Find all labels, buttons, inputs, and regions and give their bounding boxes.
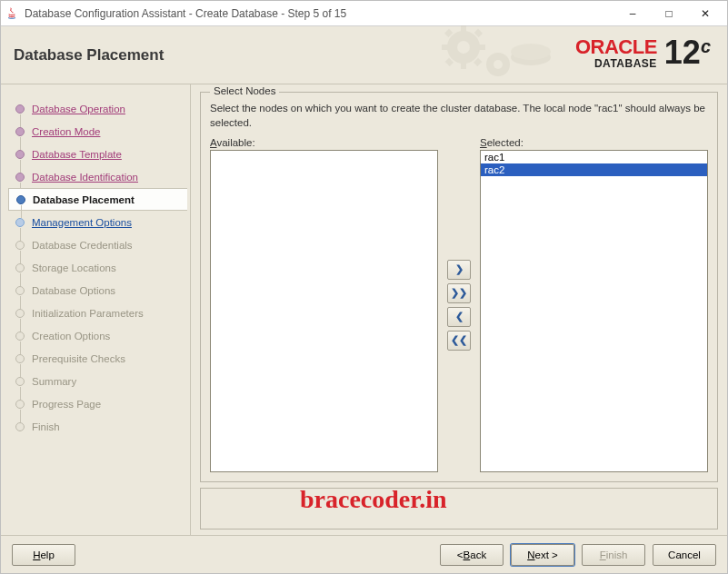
list-item[interactable]: rac1 — [481, 151, 707, 163]
svg-rect-7 — [474, 58, 482, 66]
extra-group — [200, 488, 718, 529]
step-15: Finish — [8, 415, 186, 438]
svg-rect-5 — [478, 45, 485, 50]
step-label: Finish — [32, 421, 60, 432]
step-label: Progress Page — [32, 399, 101, 410]
list-item[interactable]: rac2 — [481, 163, 707, 176]
svg-point-1 — [457, 41, 470, 54]
step-dot — [15, 286, 25, 295]
step-14: Progress Page — [8, 392, 186, 415]
add-button[interactable]: ❯ — [447, 260, 471, 280]
brand: ORACLE DATABASE 12c — [575, 35, 711, 70]
remove-all-button[interactable]: ❮❮ — [447, 331, 471, 351]
java-icon — [5, 6, 19, 21]
step-label: Database Credentials — [32, 240, 133, 251]
step-13: Summary — [8, 370, 186, 392]
step-6[interactable]: Management Options — [8, 211, 186, 233]
select-nodes-group: Select Nodes Select the nodes on which y… — [200, 92, 718, 482]
remove-button[interactable]: ❮ — [447, 307, 471, 327]
step-3[interactable]: Database Template — [8, 143, 186, 165]
step-4[interactable]: Database Identification — [8, 165, 186, 188]
window-title: Database Configuration Assistant - Creat… — [25, 7, 614, 20]
step-dot — [15, 332, 25, 341]
step-dot — [15, 263, 25, 272]
close-button[interactable]: ✕ — [687, 2, 723, 25]
step-11: Creation Options — [8, 324, 186, 347]
step-label: Creation Options — [32, 331, 110, 341]
step-9: Database Options — [8, 279, 186, 302]
brand-database: DATABASE — [575, 57, 657, 70]
svg-rect-3 — [461, 62, 466, 69]
available-label: Available: — [210, 137, 438, 148]
step-7: Database Credentials — [8, 233, 186, 256]
available-listbox[interactable] — [210, 150, 438, 472]
step-1[interactable]: Database Operation — [8, 97, 186, 120]
svg-point-11 — [494, 60, 503, 69]
step-dot — [15, 241, 25, 250]
step-2[interactable]: Creation Mode — [8, 120, 186, 143]
instruction-text: Select the nodes on which you want to cr… — [210, 102, 708, 130]
finish-button[interactable]: Finish — [582, 544, 645, 566]
step-label: Creation Mode — [32, 126, 100, 137]
step-label: Database Placement — [33, 194, 135, 205]
help-button[interactable]: Help — [12, 544, 75, 566]
step-12: Prerequisite Checks — [8, 347, 186, 370]
step-label: Database Identification — [32, 172, 138, 183]
svg-rect-2 — [461, 25, 466, 33]
step-label: Management Options — [32, 217, 132, 228]
step-dot — [15, 309, 25, 318]
svg-rect-4 — [442, 45, 449, 50]
back-button[interactable]: < Back — [440, 544, 504, 566]
step-dot — [15, 377, 25, 386]
step-label: Summary — [32, 376, 76, 387]
step-dot — [15, 218, 25, 227]
next-button[interactable]: Next > — [511, 544, 574, 566]
brand-version: 12c — [664, 38, 711, 67]
brand-oracle: ORACLE — [575, 35, 657, 59]
footer: Help < Back Next > Finish Cancel — [1, 535, 727, 573]
step-dot — [15, 150, 25, 159]
step-dot — [15, 354, 25, 363]
page-title: Database Placement — [14, 46, 164, 64]
step-label: Prerequisite Checks — [32, 353, 125, 364]
step-dot — [16, 195, 25, 204]
sidebar-steps: Database OperationCreation ModeDatabase … — [1, 84, 190, 535]
cancel-button[interactable]: Cancel — [653, 544, 716, 566]
step-dot — [15, 400, 25, 409]
group-legend: Select Nodes — [210, 85, 279, 96]
step-label: Initialization Parameters — [32, 308, 144, 319]
step-dot — [15, 104, 25, 114]
step-label: Database Options — [32, 285, 115, 296]
titlebar: Database Configuration Assistant - Creat… — [1, 1, 727, 26]
step-10: Initialization Parameters — [8, 302, 186, 324]
gears-decoration — [436, 25, 554, 87]
svg-rect-6 — [444, 29, 453, 37]
selected-label: Selected: — [480, 137, 708, 148]
step-dot — [15, 127, 25, 136]
minimize-button[interactable]: – — [614, 2, 651, 25]
step-label: Database Template — [32, 149, 122, 160]
step-8: Storage Locations — [8, 256, 186, 279]
maximize-button[interactable]: □ — [651, 2, 687, 25]
svg-point-13 — [511, 44, 551, 60]
transfer-buttons: ❯ ❯❯ ❮ ❮❮ — [444, 137, 474, 472]
svg-rect-9 — [445, 58, 454, 66]
main-panel: Select Nodes Select the nodes on which y… — [190, 84, 727, 535]
header: Database Placement ORACLE DATABASE 12c — [1, 26, 727, 84]
step-5: Database Placement — [8, 188, 187, 211]
step-label: Database Operation — [32, 104, 125, 114]
step-label: Storage Locations — [32, 262, 116, 273]
step-dot — [15, 422, 25, 431]
svg-rect-8 — [474, 29, 483, 37]
add-all-button[interactable]: ❯❯ — [447, 283, 471, 303]
step-dot — [15, 173, 25, 182]
selected-listbox[interactable]: rac1rac2 — [480, 150, 708, 472]
